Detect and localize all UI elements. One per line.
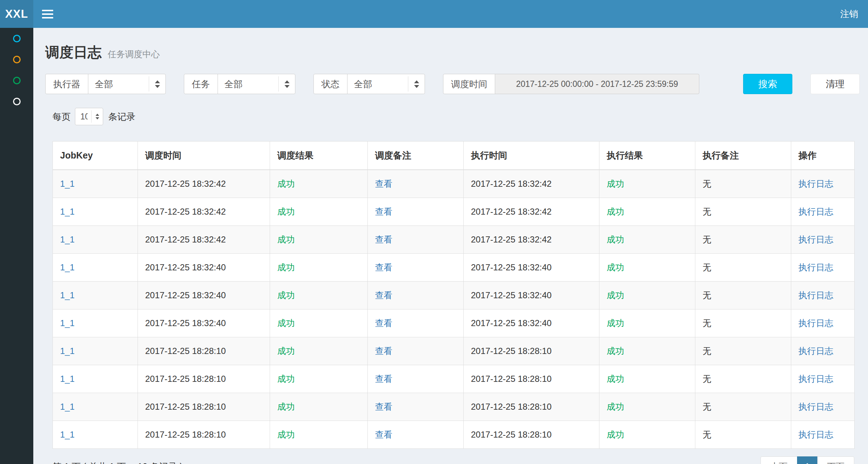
exec-log-link[interactable]: 执行日志 <box>799 430 833 439</box>
exec-time-cell: 2017-12-25 18:32:42 <box>464 170 599 198</box>
exec-time-cell: 2017-12-25 18:28:10 <box>464 421 599 449</box>
executor-select[interactable]: 全部 <box>88 74 165 94</box>
jobkey-link[interactable]: 1_1 <box>60 318 75 328</box>
jobkey-link[interactable]: 1_1 <box>60 346 75 356</box>
dispatch-time-cell: 2017-12-25 18:32:42 <box>138 198 270 226</box>
exec-log-link[interactable]: 执行日志 <box>799 235 833 244</box>
jobkey-link[interactable]: 1_1 <box>60 290 75 300</box>
jobkey-link[interactable]: 1_1 <box>60 179 75 189</box>
jobkey-link[interactable]: 1_1 <box>60 402 75 412</box>
table-zone: 每页 10 条记录 JobKey 调度时间 调度结果 调度备注 执行时间 执行结… <box>52 108 854 464</box>
exec-result-cell: 成功 <box>599 337 695 365</box>
dispatch-result-cell: 成功 <box>270 254 368 282</box>
executor-filter-label: 执行器 <box>45 74 88 94</box>
job-select[interactable]: 全部 <box>218 74 295 94</box>
status-select[interactable]: 全部 <box>347 74 425 94</box>
page-size-row: 每页 10 条记录 <box>52 108 854 125</box>
dispatch-remark-link[interactable]: 查看 <box>375 179 392 189</box>
prev-page-button[interactable]: 上页 <box>760 456 797 464</box>
col-header-action: 操作 <box>791 142 855 170</box>
exec-log-link[interactable]: 执行日志 <box>799 290 833 300</box>
exec-log-link[interactable]: 执行日志 <box>799 402 833 412</box>
exec-log-link[interactable]: 执行日志 <box>799 318 833 328</box>
page-size-select[interactable]: 10 <box>75 108 103 125</box>
dispatch-remark-link[interactable]: 查看 <box>375 207 392 216</box>
dispatch-result-cell: 成功 <box>270 198 368 226</box>
jobkey-link[interactable]: 1_1 <box>60 235 75 244</box>
dispatch-remark-link[interactable]: 查看 <box>375 235 392 244</box>
current-page-button[interactable]: 1 <box>797 456 818 464</box>
circle-outline-icon <box>13 98 21 105</box>
exec-result-cell: 成功 <box>599 393 695 421</box>
dispatch-result-cell: 成功 <box>270 337 368 365</box>
dispatch-time-cell: 2017-12-25 18:28:10 <box>138 365 270 393</box>
status-filter: 状态 全部 <box>313 74 425 94</box>
table-row: 1_1 2017-12-25 18:32:42 成功 查看 2017-12-25… <box>53 170 855 198</box>
sidebar-item-1[interactable] <box>0 28 33 49</box>
exec-time-cell: 2017-12-25 18:32:42 <box>464 226 599 254</box>
status-filter-label: 状态 <box>313 74 347 94</box>
exec-result-cell: 成功 <box>599 309 695 337</box>
exec-log-link[interactable]: 执行日志 <box>799 374 833 384</box>
sidebar-toggle-icon[interactable] <box>33 0 62 28</box>
dispatch-time-cell: 2017-12-25 18:28:10 <box>138 421 270 449</box>
dispatch-result-cell: 成功 <box>270 421 368 449</box>
time-range-input[interactable] <box>495 74 699 94</box>
exec-log-link[interactable]: 执行日志 <box>799 262 833 272</box>
exec-time-cell: 2017-12-25 18:32:40 <box>464 254 599 282</box>
time-filter: 调度时间 <box>443 74 699 94</box>
jobkey-link[interactable]: 1_1 <box>60 374 75 384</box>
table-row: 1_1 2017-12-25 18:28:10 成功 查看 2017-12-25… <box>53 421 855 449</box>
sidebar-item-3[interactable] <box>0 70 33 91</box>
dispatch-result-cell: 成功 <box>270 226 368 254</box>
col-header-dispatch-remark: 调度备注 <box>368 142 464 170</box>
exec-log-link[interactable]: 执行日志 <box>799 179 833 189</box>
main-content: 调度日志 任务调度中心 执行器 全部 任务 全部 状态 全部 调度 <box>33 0 868 464</box>
dispatch-remark-link[interactable]: 查看 <box>375 430 392 439</box>
exec-remark-cell: 无 <box>695 226 791 254</box>
exec-result-cell: 成功 <box>599 226 695 254</box>
col-header-exec-time: 执行时间 <box>464 142 599 170</box>
dispatch-remark-link[interactable]: 查看 <box>375 374 392 384</box>
sidebar-item-2[interactable] <box>0 49 33 70</box>
exec-remark-cell: 无 <box>695 393 791 421</box>
dispatch-remark-link[interactable]: 查看 <box>375 290 392 300</box>
exec-remark-cell: 无 <box>695 309 791 337</box>
exec-remark-cell: 无 <box>695 254 791 282</box>
jobkey-link[interactable]: 1_1 <box>60 207 75 216</box>
exec-log-link[interactable]: 执行日志 <box>799 207 833 216</box>
dispatch-remark-link[interactable]: 查看 <box>375 262 392 272</box>
page-header: 调度日志 任务调度中心 <box>45 43 860 62</box>
exec-time-cell: 2017-12-25 18:28:10 <box>464 365 599 393</box>
col-header-dispatch-time: 调度时间 <box>138 142 270 170</box>
dispatch-time-cell: 2017-12-25 18:28:10 <box>138 393 270 421</box>
exec-remark-cell: 无 <box>695 282 791 309</box>
exec-result-cell: 成功 <box>599 421 695 449</box>
table-row: 1_1 2017-12-25 18:28:10 成功 查看 2017-12-25… <box>53 393 855 421</box>
exec-result-cell: 成功 <box>599 170 695 198</box>
circle-outline-icon <box>13 77 21 84</box>
dispatch-remark-link[interactable]: 查看 <box>375 402 392 412</box>
app-logo[interactable]: XXL <box>0 0 33 28</box>
time-filter-label: 调度时间 <box>443 74 495 94</box>
next-page-button[interactable]: 下页 <box>817 456 854 464</box>
clean-button[interactable]: 清理 <box>810 74 860 94</box>
jobkey-link[interactable]: 1_1 <box>60 430 75 439</box>
page-subtitle: 任务调度中心 <box>108 49 160 59</box>
search-button[interactable]: 搜索 <box>743 74 792 94</box>
page-size-suffix: 条记录 <box>108 111 135 123</box>
dispatch-remark-link[interactable]: 查看 <box>375 346 392 356</box>
exec-remark-cell: 无 <box>695 170 791 198</box>
sidebar-item-4[interactable] <box>0 91 33 112</box>
logout-link[interactable]: 注销 <box>830 0 868 28</box>
table-row: 1_1 2017-12-25 18:28:10 成功 查看 2017-12-25… <box>53 337 855 365</box>
exec-time-cell: 2017-12-25 18:32:40 <box>464 309 599 337</box>
pagination: 上页 1 下页 <box>760 456 854 464</box>
table-footer: 第 1 页 ( 总共 1 页， 10 条记录 ) 上页 1 下页 <box>52 456 854 464</box>
jobkey-link[interactable]: 1_1 <box>60 262 75 272</box>
dispatch-remark-link[interactable]: 查看 <box>375 318 392 328</box>
executor-filter: 执行器 全部 <box>45 74 166 94</box>
exec-log-link[interactable]: 执行日志 <box>799 346 833 356</box>
exec-result-cell: 成功 <box>599 365 695 393</box>
dispatch-result-cell: 成功 <box>270 282 368 309</box>
